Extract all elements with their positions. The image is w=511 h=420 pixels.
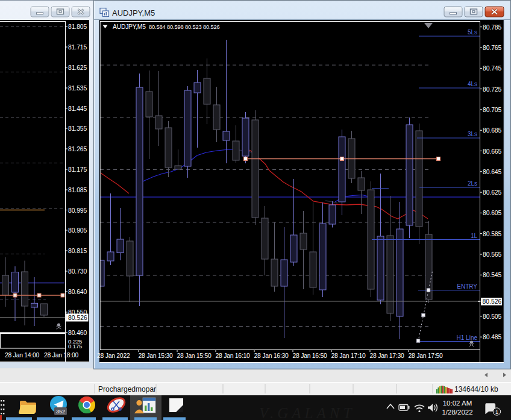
svg-text:134644/10 kb: 134644/10 kb — [454, 385, 498, 393]
svg-text:28 Jan 2022: 28 Jan 2022 — [97, 353, 130, 359]
svg-text:AUDJPY,M5: AUDJPY,M5 — [112, 8, 155, 17]
svg-text:80.584 80.598 80.523 80.526: 80.584 80.598 80.523 80.526 — [149, 24, 219, 30]
svg-text:2Ls: 2Ls — [468, 180, 477, 187]
svg-text:1L: 1L — [471, 233, 478, 239]
svg-text:28 Jan 18:00: 28 Jan 18:00 — [44, 352, 79, 359]
svg-text:3Ls: 3Ls — [468, 131, 477, 137]
svg-text:28 Jan 16:50: 28 Jan 16:50 — [293, 353, 328, 359]
svg-text:80.685: 80.685 — [483, 127, 502, 134]
svg-text:28 Jan 16:30: 28 Jan 16:30 — [254, 353, 289, 359]
svg-text:80.460: 80.460 — [68, 330, 87, 336]
svg-text:80.725: 80.725 — [483, 86, 502, 93]
svg-text:10:02 AM: 10:02 AM — [443, 400, 472, 407]
svg-text:80.995: 80.995 — [68, 207, 87, 214]
svg-text:80.730: 80.730 — [68, 268, 87, 275]
svg-text:352: 352 — [56, 409, 65, 415]
svg-text:80.585: 80.585 — [483, 231, 502, 237]
svg-text:81.805: 81.805 — [68, 24, 87, 30]
svg-text:80.545: 80.545 — [483, 272, 502, 278]
svg-text:80.640: 80.640 — [68, 289, 87, 295]
svg-text:V.GALANT: V.GALANT — [259, 405, 355, 420]
svg-text:81.355: 81.355 — [68, 125, 87, 132]
svg-text:81.625: 81.625 — [68, 64, 87, 71]
svg-text:80.665: 80.665 — [483, 148, 502, 155]
svg-text:81.175: 81.175 — [68, 166, 87, 173]
svg-text:1/28/2022: 1/28/2022 — [442, 409, 472, 416]
svg-text:80.605: 80.605 — [483, 210, 502, 216]
svg-text:28 Jan 14:00: 28 Jan 14:00 — [5, 352, 40, 359]
svg-text:0.175: 0.175 — [68, 343, 82, 349]
svg-text:80.705: 80.705 — [483, 107, 502, 113]
svg-text:80.526: 80.526 — [483, 298, 502, 305]
svg-text:1: 1 — [495, 409, 498, 415]
svg-text:81.715: 81.715 — [68, 44, 87, 51]
svg-text:80.905: 80.905 — [68, 227, 87, 234]
svg-text:AUDJPY,M5: AUDJPY,M5 — [113, 24, 146, 30]
svg-text:28 Jan 16:10: 28 Jan 16:10 — [216, 353, 251, 359]
svg-text:80.645: 80.645 — [483, 169, 502, 175]
svg-text:80.815: 80.815 — [68, 248, 87, 254]
svg-text:ENTRY: ENTRY — [457, 283, 477, 290]
svg-text:80.625: 80.625 — [483, 189, 502, 196]
svg-text:H1 Line: H1 Line — [457, 334, 478, 341]
svg-text:28 Jan 15:30: 28 Jan 15:30 — [139, 353, 174, 359]
svg-text:28 Jan 15:50: 28 Jan 15:50 — [177, 353, 212, 359]
svg-text:81.445: 81.445 — [68, 105, 87, 112]
svg-text:80.745: 80.745 — [483, 65, 502, 72]
svg-text:80.505: 80.505 — [483, 313, 502, 320]
svg-text:80.485: 80.485 — [483, 334, 502, 340]
svg-text:28 Jan 17:30: 28 Jan 17:30 — [370, 353, 405, 359]
svg-text:Prochargedmopar: Prochargedmopar — [98, 385, 156, 393]
svg-text:80.565: 80.565 — [483, 251, 502, 258]
svg-text:5Ls: 5Ls — [468, 29, 477, 36]
svg-text:28 Jan 17:10: 28 Jan 17:10 — [331, 353, 366, 359]
svg-text:80.526: 80.526 — [68, 315, 87, 321]
svg-text:81.265: 81.265 — [68, 146, 87, 152]
svg-text:80.765: 80.765 — [483, 45, 502, 51]
svg-text:4Ls: 4Ls — [468, 81, 477, 87]
svg-text:81.535: 81.535 — [68, 85, 87, 92]
svg-text:80.785: 80.785 — [483, 24, 502, 31]
svg-text:28 Jan 17:50: 28 Jan 17:50 — [409, 353, 444, 359]
svg-text:81.085: 81.085 — [68, 187, 87, 193]
